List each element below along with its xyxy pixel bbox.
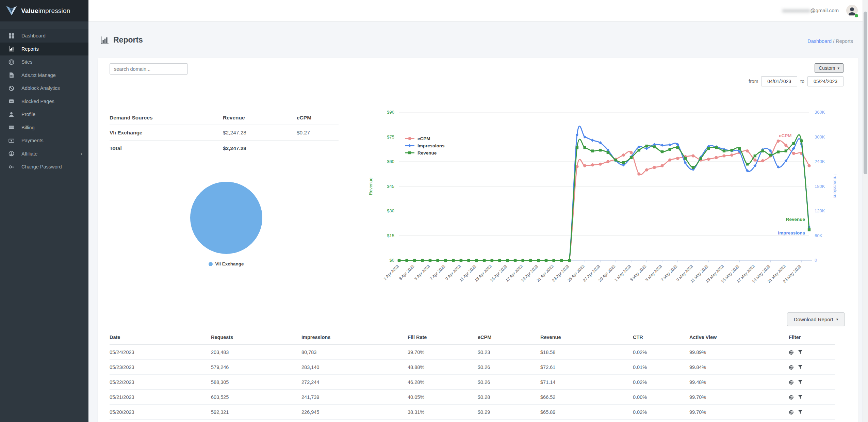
date-from-input[interactable] [761, 76, 797, 86]
sidebar-item-billing[interactable]: Billing [0, 121, 88, 134]
globe-icon[interactable] [789, 410, 794, 415]
date-range: from to [749, 76, 844, 86]
report-col-header: Fill Rate [408, 330, 478, 345]
report-filter-cell [789, 345, 835, 360]
report-cell: 99.84% [689, 360, 789, 375]
demand-pie-chart: Vli Exchange [190, 182, 262, 267]
report-row: 05/23/2023579,246283,14048.88%$0.26$72.6… [110, 360, 835, 375]
report-filter-cell [789, 405, 835, 420]
sidebar-item-dashboard[interactable]: Dashboard [0, 29, 88, 43]
report-cell: 05/20/2023 [110, 405, 211, 420]
sidebar-nav: DashboardReportsSitesAds.txt ManageAdblo… [0, 21, 88, 174]
filter-funnel-icon[interactable] [798, 380, 803, 385]
report-cell: $18.58 [540, 345, 633, 360]
svg-text:0: 0 [815, 258, 817, 263]
brand-mark-icon [5, 5, 18, 16]
demand-total-row: Total$2,247.28 [110, 141, 339, 156]
filter-funnel-icon[interactable] [798, 365, 803, 370]
date-to-input[interactable] [807, 76, 844, 86]
globe-icon[interactable] [789, 395, 794, 400]
sidebar-item-adblock-analytics[interactable]: Adblock Analytics [0, 82, 88, 95]
report-cell: 05/23/2023 [110, 360, 211, 375]
globe-icon[interactable] [789, 380, 794, 385]
pie-legend[interactable]: Vli Exchange [209, 261, 244, 266]
vertical-scrollbar[interactable] [863, 0, 868, 422]
globe-icon[interactable] [789, 365, 794, 370]
profile-icon [8, 112, 14, 117]
report-row: 05/24/2023203,48380,78339.70%$0.23$18.58… [110, 345, 835, 360]
report-cell: 99.89% [689, 345, 789, 360]
pie-legend-label: Vli Exchange [215, 261, 244, 266]
report-cell: 39.70% [408, 345, 478, 360]
filter-funnel-icon[interactable] [798, 410, 803, 415]
svg-text:120K: 120K [815, 208, 825, 213]
globe-icon[interactable] [789, 350, 794, 355]
sidebar-item-reports[interactable]: Reports [0, 43, 88, 56]
report-row: 05/20/2023592,321226,94538.31%$0.29$65.8… [110, 405, 835, 420]
sidebar-item-sites[interactable]: Sites [0, 55, 88, 69]
demand-col-header: eCPM [297, 115, 339, 121]
report-row: 05/22/2023588,305272,24446.28%$0.26$71.1… [110, 375, 835, 390]
adstxt-icon [8, 72, 14, 78]
sidebar-item-blocked-pages[interactable]: Blocked Pages [0, 95, 88, 108]
sidebar-item-ads-txt-manage[interactable]: Ads.txt Manage [0, 69, 88, 82]
reports-icon [8, 46, 14, 52]
sidebar-item-label: Ads.txt Manage [21, 72, 56, 78]
brand-name: Valueimpression [21, 7, 70, 15]
report-cell: 99.70% [689, 405, 789, 420]
svg-text:300K: 300K [815, 134, 825, 140]
report-cell: 579,246 [211, 360, 301, 375]
breadcrumb: Dashboard / Reports [807, 38, 853, 44]
brand-logo[interactable]: Valueimpression [0, 0, 88, 21]
report-cell: $0.23 [478, 345, 540, 360]
scrollbar-thumb[interactable] [864, 12, 867, 174]
report-cell: $71.14 [540, 375, 633, 390]
report-cell: 0.01% [633, 360, 689, 375]
sidebar-item-label: Adblock Analytics [21, 85, 60, 91]
report-cell: 99.70% [689, 390, 789, 405]
sidebar-item-affiliate[interactable]: Affiliate› [0, 147, 88, 161]
report-cell: 48.88% [408, 360, 478, 375]
from-label: from [749, 79, 758, 84]
sidebar-item-change-password[interactable]: Change Password [0, 160, 88, 174]
report-cell: 283,140 [301, 360, 408, 375]
to-label: to [800, 79, 804, 84]
report-table: DateRequestsImpressionsFill RateeCPMReve… [110, 330, 835, 420]
report-cell: 203,483 [211, 345, 301, 360]
sidebar-item-profile[interactable]: Profile [0, 108, 88, 121]
demand-header-row: Demand SourcesRevenueeCPM [110, 111, 339, 125]
report-cell: 80,783 [301, 345, 408, 360]
report-col-header: Active View [689, 330, 789, 345]
report-cell: $0.26 [478, 375, 540, 390]
reports-page: { "brand": {"bold": "Value", "light": "i… [0, 0, 868, 422]
report-cell: 46.28% [408, 375, 478, 390]
report-row: 05/21/2023603,525241,73940.05%$0.28$66.5… [110, 390, 835, 405]
svg-text:$75: $75 [387, 134, 394, 140]
report-cell: 05/22/2023 [110, 375, 211, 390]
report-filter-cell [789, 390, 835, 405]
breadcrumb-dashboard-link[interactable]: Dashboard [807, 38, 832, 44]
svg-text:$60: $60 [387, 159, 394, 164]
report-cell: 40.05% [408, 390, 478, 405]
report-cell: 0.00% [633, 390, 689, 405]
online-status-dot [854, 14, 858, 18]
download-report-button[interactable]: Download Report▾ [787, 312, 845, 326]
pie-slice-vli-exchange [190, 182, 262, 254]
svg-text:Revenue: Revenue [786, 217, 805, 222]
breadcrumb-current: Reports [836, 38, 853, 44]
demand-col-header: Revenue [223, 115, 297, 121]
billing-icon [8, 125, 14, 130]
search-domain-input[interactable] [110, 63, 188, 75]
report-col-header: eCPM [478, 330, 540, 345]
sidebar-item-payments[interactable]: Payments [0, 134, 88, 147]
svg-text:eCPM: eCPM [779, 133, 792, 138]
svg-text:$15: $15 [387, 233, 394, 238]
filter-funnel-icon[interactable] [798, 350, 803, 355]
report-cell: $72.61 [540, 360, 633, 375]
filter-funnel-icon[interactable] [798, 395, 803, 400]
report-cell: 592,321 [211, 405, 301, 420]
svg-text:Impressions: Impressions [417, 143, 445, 148]
range-preset-button[interactable]: Custom▾ [815, 63, 844, 73]
report-col-header: Date [110, 330, 211, 345]
svg-text:60K: 60K [815, 233, 822, 238]
